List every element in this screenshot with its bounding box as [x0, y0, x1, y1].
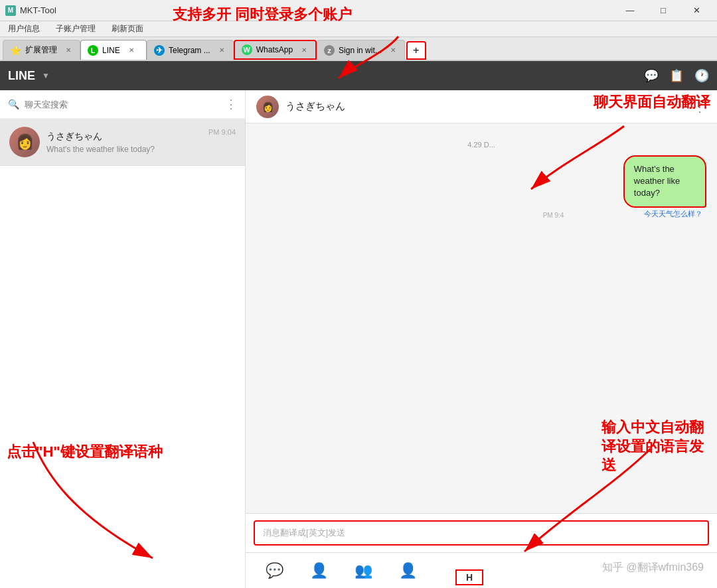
telegram-tab-close[interactable]: ✕ — [217, 46, 226, 55]
sidebar-search-bar: 🔍 ⋮ — [0, 90, 245, 119]
tab-signin[interactable]: z Sign in wit... ✕ — [317, 40, 405, 60]
watermark: 知乎 @翻译wfmin369 — [602, 561, 704, 575]
maximize-button[interactable]: □ — [648, 0, 678, 21]
message-time: PM 9:4 — [543, 212, 564, 219]
history-icon[interactable]: 🕐 — [694, 68, 709, 83]
tab-extension[interactable]: ⭐ 扩展管理 ✕ — [3, 40, 80, 60]
extension-tab-label: 扩展管理 — [25, 44, 57, 56]
line-tab-close[interactable]: ✕ — [127, 46, 136, 55]
tab-line[interactable]: L LINE ✕ — [80, 40, 147, 60]
extension-tab-close[interactable]: ✕ — [64, 46, 73, 55]
chat-area: 👩 うさぎちゃん ⋮ 4.29 D... PM 9:4 What's the w… — [246, 90, 717, 588]
chat-preview: What's the weather like today? — [46, 145, 202, 154]
chat-header-name: うさぎちゃん — [285, 100, 345, 113]
window-controls: — □ ✕ — [615, 0, 712, 21]
tab-telegram[interactable]: ✈ Telegram ... ✕ — [147, 40, 234, 60]
chat-input-area: 消息翻译成[英文]发送 — [246, 513, 717, 552]
chat-icon[interactable]: 💬 — [644, 68, 659, 83]
telegram-tab-icon: ✈ — [154, 45, 165, 56]
h-key-box[interactable]: H — [455, 569, 483, 585]
close-button[interactable]: ✕ — [681, 0, 712, 21]
chat-bottom-icon[interactable]: 💬 — [266, 562, 283, 579]
avatar: 👩 — [9, 127, 40, 157]
line-dropdown-icon[interactable]: ▼ — [42, 71, 50, 80]
line-header-icons: 💬 📋 🕐 — [644, 68, 709, 83]
new-tab-button[interactable]: + — [406, 41, 426, 60]
chat-header-more-icon[interactable]: ⋮ — [693, 99, 706, 115]
signin-tab-label: Sign in wit... — [339, 46, 382, 55]
menu-bar: 用户信息 子账户管理 刷新页面 — [0, 21, 717, 37]
title-bar: M MKT-Tool — □ ✕ — [0, 0, 717, 21]
tab-whatsapp[interactable]: W WhatsApp ✕ — [234, 40, 317, 60]
chat-name: うさぎちゃん — [46, 131, 202, 143]
menu-user-info[interactable]: 用户信息 — [5, 22, 42, 36]
whatsapp-tab-icon: W — [242, 44, 252, 55]
menu-sub-accounts[interactable]: 子账户管理 — [53, 22, 98, 36]
chat-messages: 4.29 D... PM 9:4 What's the weather like… — [246, 123, 717, 513]
search-icon: 🔍 — [8, 99, 19, 110]
window-title: MKT-Tool — [20, 5, 56, 15]
extension-tab-icon: ⭐ — [10, 45, 21, 56]
tab-bar: ⭐ 扩展管理 ✕ L LINE ✕ ✈ Telegram ... ✕ W Wha… — [0, 37, 717, 61]
message-bubble-sent: What's the weather like today? — [623, 155, 706, 208]
line-logo: LINE — [8, 69, 35, 83]
whatsapp-tab-close[interactable]: ✕ — [299, 45, 309, 54]
groups-icon[interactable]: 👥 — [355, 562, 372, 579]
notes-icon[interactable]: 📋 — [669, 68, 684, 83]
signin-tab-icon: z — [324, 45, 335, 56]
chat-header: 👩 うさぎちゃん ⋮ — [246, 90, 717, 123]
chat-info: うさぎちゃん What's the weather like today? — [46, 131, 202, 154]
title-bar-left: M MKT-Tool — [5, 5, 56, 16]
line-app-header: LINE ▼ 💬 📋 🕐 — [0, 61, 717, 90]
sidebar: 🔍 ⋮ 👩 うさぎちゃん What's the weather like tod… — [0, 90, 246, 588]
chat-time: PM 9:04 — [208, 128, 236, 136]
signin-tab-close[interactable]: ✕ — [388, 46, 398, 55]
contacts-icon[interactable]: 👤 — [310, 562, 328, 579]
line-tab-icon: L — [88, 45, 98, 56]
app-icon: M — [5, 5, 16, 16]
add-contact-icon[interactable]: 👤 — [399, 562, 417, 579]
telegram-tab-label: Telegram ... — [169, 46, 210, 55]
date-separator: 4.29 D... — [256, 141, 706, 149]
message-row-sent: PM 9:4 What's the weather like today? 今天… — [256, 155, 706, 219]
chat-list-item[interactable]: 👩 うさぎちゃん What's the weather like today? … — [0, 119, 245, 166]
menu-refresh[interactable]: 刷新页面 — [109, 22, 146, 36]
whatsapp-tab-label: WhatsApp — [256, 45, 293, 54]
search-input[interactable] — [25, 100, 220, 110]
line-tab-label: LINE — [102, 46, 120, 55]
chat-header-avatar: 👩 — [256, 96, 279, 118]
minimize-button[interactable]: — — [615, 0, 645, 21]
message-text: What's the weather like today? — [634, 164, 680, 198]
message-input-placeholder[interactable]: 消息翻译成[英文]发送 — [254, 520, 709, 546]
sidebar-more-icon[interactable]: ⋮ — [225, 97, 237, 111]
h-key-label: H — [466, 572, 473, 583]
translation-text: 今天天气怎么样？ — [644, 209, 706, 219]
main-content: 🔍 ⋮ 👩 うさぎちゃん What's the weather like tod… — [0, 90, 717, 588]
